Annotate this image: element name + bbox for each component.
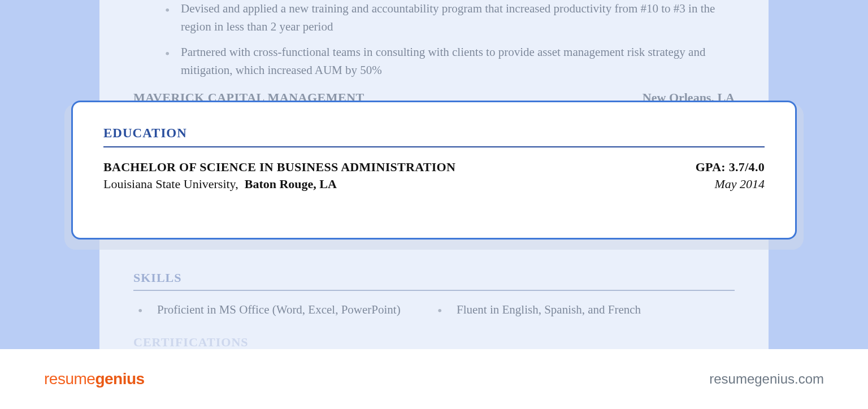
education-school: Louisiana State University,: [103, 177, 238, 191]
stage: Devised and applied a new training and a…: [0, 0, 868, 409]
footer-url: resumegenius.com: [709, 371, 824, 387]
experience-bullet: Partnered with cross-functional teams in…: [168, 43, 735, 79]
skills-grid: Proficient in MS Office (Word, Excel, Po…: [136, 301, 735, 318]
education-school-line: Louisiana State University, Baton Rouge,…: [103, 177, 337, 192]
certifications-heading: CERTIFICATIONS: [133, 335, 735, 350]
skill-item: Fluent in English, Spanish, and French: [435, 301, 735, 318]
education-heading: EDUCATION: [103, 126, 765, 141]
logo-part2: genius: [95, 370, 144, 388]
skills-heading: SKILLS: [133, 271, 735, 285]
education-row-degree: BACHELOR OF SCIENCE IN BUSINESS ADMINIST…: [103, 160, 765, 175]
skills-col-1: Proficient in MS Office (Word, Excel, Po…: [136, 301, 435, 318]
education-location: Baton Rouge, LA: [245, 177, 337, 191]
skills-rule: [133, 290, 735, 291]
logo-part1: resume: [44, 370, 95, 388]
education-rule: [103, 146, 765, 147]
skill-item: Proficient in MS Office (Word, Excel, Po…: [136, 301, 435, 318]
footer: resumegenius resumegenius.com: [0, 349, 868, 409]
education-row-school: Louisiana State University, Baton Rouge,…: [103, 177, 765, 192]
experience-bullets: Devised and applied a new training and a…: [168, 0, 735, 79]
brand-logo: resumegenius: [44, 370, 145, 388]
education-highlight-card: EDUCATION BACHELOR OF SCIENCE IN BUSINES…: [71, 101, 797, 240]
education-degree: BACHELOR OF SCIENCE IN BUSINESS ADMINIST…: [103, 160, 455, 175]
education-gpa: GPA: 3.7/4.0: [696, 160, 765, 175]
education-date: May 2014: [714, 177, 765, 192]
experience-bullet: Devised and applied a new training and a…: [168, 0, 735, 36]
skills-col-2: Fluent in English, Spanish, and French: [435, 301, 735, 318]
